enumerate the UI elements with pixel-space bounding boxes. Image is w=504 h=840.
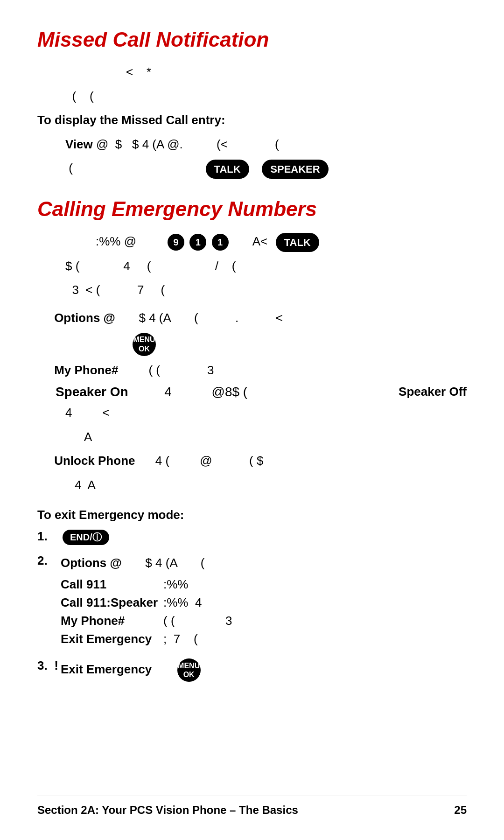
speaker-badge: SPEAKER <box>262 160 328 179</box>
talk-badge: TALK <box>206 160 249 179</box>
exit-label: To exit Emergency mode: <box>37 505 467 525</box>
badge-1a: 1 <box>189 234 206 251</box>
options-row: Options @ $ 4 (A ( . < <box>37 308 467 328</box>
step-3-body: Exit Emergency MENUOK <box>61 658 467 682</box>
step-2: 2. Options @ $ 4 (A ( Call 911 :%% Call … <box>37 553 467 651</box>
myphone-row: My Phone# ( ( 3 <box>37 361 467 380</box>
page-footer: Section 2A: Your PCS Vision Phone – The … <box>37 796 467 817</box>
step2-options: Options @ $ 4 (A ( <box>61 553 467 573</box>
speaker-on-row: Speaker On 4 @8$ ( Speaker Off <box>37 385 467 399</box>
talk-badge-2: TALK <box>276 233 319 252</box>
speaker-a: A <box>84 427 467 447</box>
missed-call-line2: ( ( <box>65 87 467 106</box>
view-line2: ( TALK SPEAKER <box>65 159 467 179</box>
menu-ok-badge-2: MENUOK <box>177 658 201 682</box>
unlock-line2: 4 A <box>75 476 467 495</box>
menu-ok-badge: MENUOK <box>133 333 156 356</box>
footer-left: Section 2A: Your PCS Vision Phone – The … <box>37 804 298 817</box>
step2-call911: Call 911 :%% <box>61 577 467 592</box>
emergency-line2: $ ( 4 ( / ( <box>65 257 467 276</box>
step2-call911speaker: Call 911:Speaker :%% 4 <box>61 595 467 610</box>
step-3: 3. ! Exit Emergency MENUOK <box>37 658 467 682</box>
emergency-section: Calling Emergency Numbers :%% @ 9 1 1 A<… <box>37 197 467 682</box>
step2-myphone: My Phone# ( ( 3 <box>61 614 467 628</box>
step-2-num: 2. <box>37 553 61 651</box>
unlock-row: Unlock Phone 4 ( @ ( $ <box>37 451 467 471</box>
step-3-num: 3. ! <box>37 658 61 682</box>
step-2-body: Options @ $ 4 (A ( Call 911 :%% Call 911… <box>61 553 467 651</box>
emergency-line1: :%% @ 9 1 1 A< TALK <box>65 232 467 252</box>
step-1-num: 1. <box>37 529 61 545</box>
missed-call-title: Missed Call Notification <box>37 28 467 51</box>
menu-ok-row: MENUOK <box>131 333 467 356</box>
footer-right: 25 <box>454 804 467 817</box>
missed-call-line1: < * <box>65 63 467 82</box>
badge-9: 9 <box>168 234 184 251</box>
missed-call-section: Missed Call Notification < * ( ( To disp… <box>37 28 467 179</box>
end-badge: END/ⓘ <box>63 530 109 545</box>
speaker-line2: 4 < <box>65 403 467 423</box>
badge-1b: 1 <box>212 234 229 251</box>
view-line: View @ $ $ 4 (A @. (< ( <box>65 135 467 154</box>
emergency-line3: 3 < ( 7 ( <box>65 280 467 300</box>
step-1: 1. END/ⓘ <box>37 529 467 545</box>
step-1-body: END/ⓘ <box>61 529 467 545</box>
step2-exit-emergency: Exit Emergency ; 7 ( <box>61 632 467 646</box>
display-label: To display the Missed Call entry: <box>37 111 467 130</box>
emergency-title: Calling Emergency Numbers <box>37 197 467 221</box>
